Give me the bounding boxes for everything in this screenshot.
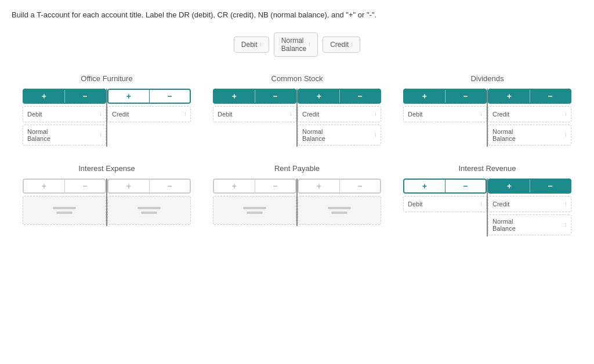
plus-btn-left-office[interactable]: + <box>24 90 64 103</box>
accounts-row-1: Office Furniture + − Debit ⁝ NormalBalan… <box>12 74 582 147</box>
plus-btn-right-stock[interactable]: + <box>299 90 339 103</box>
minus-btn-right-rent[interactable]: − <box>340 180 381 192</box>
pm-bar-left-iexpense[interactable]: + − <box>23 179 106 194</box>
account-office-furniture: Office Furniture + − Debit ⁝ NormalBalan… <box>23 74 191 147</box>
chip-debit[interactable]: Debit ⁝ <box>234 37 269 53</box>
drop-placeholder-right-iexpense[interactable] <box>107 196 191 225</box>
label-chips-container: Debit ⁝ NormalBalance ⁝ Credit ⁝ <box>12 32 582 57</box>
t-account-office-furniture: + − Debit ⁝ NormalBalance ⁝ + − <box>23 89 191 147</box>
t-account-dividends: + − Debit ⁝ + − Credit ⁝ <box>403 89 571 147</box>
drop-credit-dividends[interactable]: Credit ⁝ <box>488 106 571 122</box>
t-side-right-stock: + − Credit ⁝ NormalBalance ⁝ <box>298 89 381 147</box>
t-account-common-stock: + − Debit ⁝ + − Credit ⁝ <box>213 89 381 147</box>
plus-btn-right-irev[interactable]: + <box>489 180 530 192</box>
minus-btn-right-irev[interactable]: − <box>530 180 571 192</box>
pm-bar-right-irev[interactable]: + − <box>488 179 571 194</box>
minus-btn-left-irev[interactable]: − <box>446 180 486 192</box>
t-side-right-office: + − Credit ⁝ <box>107 89 191 147</box>
account-interest-revenue: Interest Revenue + − Debit ⁝ + − <box>403 164 571 236</box>
plus-btn-left-stock[interactable]: + <box>214 90 255 103</box>
drop-nb-dividends-dots: ⁝ <box>565 132 567 138</box>
pm-bar-left-office[interactable]: + − <box>23 89 106 104</box>
minus-btn-left-office[interactable]: − <box>65 90 106 103</box>
drop-credit-office[interactable]: Credit ⁝ <box>107 106 191 122</box>
chip-credit-label: Credit <box>330 41 349 49</box>
plus-btn-right-office[interactable]: + <box>108 90 149 103</box>
pm-bar-left-irev[interactable]: + − <box>403 179 487 194</box>
drop-debit-stock-dots: ⁝ <box>290 111 292 117</box>
drop-debit-dividends[interactable]: Debit ⁝ <box>403 106 487 122</box>
drop-credit-office-dots: ⁝ <box>184 111 186 117</box>
minus-btn-left-iexpense[interactable]: − <box>65 180 106 192</box>
minus-btn-left-dividends[interactable]: − <box>446 90 486 103</box>
account-title-interest-revenue: Interest Revenue <box>458 164 516 173</box>
plus-btn-left-iexpense[interactable]: + <box>24 180 64 192</box>
t-side-left-office: + − Debit ⁝ NormalBalance ⁝ <box>23 89 106 147</box>
placeholder-line8 <box>331 212 347 214</box>
plus-btn-right-iexpense[interactable]: + <box>108 180 149 192</box>
drop-nb-irev[interactable]: NormalBalance ⁝ <box>488 214 571 235</box>
drop-placeholder-right-rent[interactable] <box>298 196 381 225</box>
plus-btn-right-rent[interactable]: + <box>299 180 339 192</box>
drop-placeholder-left-rent[interactable] <box>213 196 296 225</box>
drop-nb-irev-label: NormalBalance <box>492 218 516 232</box>
chip-debit-dots: ⁝ <box>260 41 262 48</box>
chip-normal-balance-dots: ⁝ <box>309 41 310 48</box>
pm-bar-right-iexpense[interactable]: + − <box>107 179 191 194</box>
plus-btn-right-dividends[interactable]: + <box>489 90 530 103</box>
minus-btn-right-iexpense[interactable]: − <box>150 180 190 192</box>
drop-nb-dividends-label: NormalBalance <box>492 128 516 142</box>
minus-btn-right-office[interactable]: − <box>150 90 190 103</box>
drop-debit-dividends-dots: ⁝ <box>480 111 482 117</box>
drop-credit-stock-dots: ⁝ <box>375 111 376 117</box>
t-side-right-iexpense: + − <box>107 179 191 226</box>
placeholder-line7 <box>328 207 351 209</box>
chip-normal-balance[interactable]: NormalBalance ⁝ <box>274 32 318 57</box>
drop-debit-irev[interactable]: Debit ⁝ <box>403 196 487 212</box>
drop-debit-office[interactable]: Debit ⁝ <box>23 106 106 122</box>
account-title-interest-expense: Interest Expense <box>78 164 135 173</box>
drop-credit-dividends-label: Credit <box>492 111 509 118</box>
placeholder-lines-right-iexpense <box>137 207 161 214</box>
pm-bar-right-dividends[interactable]: + − <box>488 89 571 104</box>
drop-nb-office[interactable]: NormalBalance ⁝ <box>23 125 106 145</box>
minus-btn-left-rent[interactable]: − <box>255 180 296 192</box>
drop-debit-irev-label: Debit <box>408 201 423 208</box>
plus-btn-left-irev[interactable]: + <box>404 180 445 192</box>
drop-credit-office-label: Credit <box>112 111 129 118</box>
pm-bar-right-stock[interactable]: + − <box>298 89 381 104</box>
drop-nb-stock-label: NormalBalance <box>302 128 325 142</box>
plus-btn-left-dividends[interactable]: + <box>404 90 445 103</box>
pm-bar-left-dividends[interactable]: + − <box>403 89 487 104</box>
plus-btn-left-rent[interactable]: + <box>214 180 255 192</box>
pm-bar-right-rent[interactable]: + − <box>298 179 381 194</box>
t-side-left-iexpense: + − <box>23 179 106 226</box>
drop-debit-stock[interactable]: Debit ⁝ <box>213 106 296 122</box>
chip-credit[interactable]: Credit ⁝ <box>323 37 360 53</box>
minus-btn-right-stock[interactable]: − <box>340 90 381 103</box>
drop-nb-stock[interactable]: NormalBalance ⁝ <box>298 125 381 145</box>
drop-credit-irev[interactable]: Credit ⁝ <box>488 196 571 212</box>
placeholder-line6 <box>247 212 263 214</box>
drop-nb-stock-dots: ⁝ <box>375 132 376 138</box>
t-account-rent-payable: + − + − <box>213 179 381 226</box>
minus-btn-left-stock[interactable]: − <box>255 90 296 103</box>
drop-debit-dividends-label: Debit <box>408 111 423 118</box>
drop-placeholder-left-iexpense[interactable] <box>23 196 106 225</box>
pm-bar-left-rent[interactable]: + − <box>213 179 296 194</box>
t-side-left-rent: + − <box>213 179 296 226</box>
pm-bar-right-office[interactable]: + − <box>107 89 191 104</box>
placeholder-line3 <box>137 207 161 209</box>
drop-nb-irev-dots: ⁝ <box>565 222 567 228</box>
minus-btn-right-dividends[interactable]: − <box>530 90 571 103</box>
t-side-left-stock: + − Debit ⁝ <box>213 89 296 147</box>
drop-debit-stock-label: Debit <box>218 111 233 118</box>
drop-credit-stock[interactable]: Credit ⁝ <box>298 106 381 122</box>
account-rent-payable: Rent Payable + − + <box>213 164 381 236</box>
drop-debit-office-label: Debit <box>27 111 42 118</box>
chip-credit-dots: ⁝ <box>351 41 353 48</box>
chip-normal-balance-label: NormalBalance <box>281 37 306 53</box>
drop-nb-dividends[interactable]: NormalBalance ⁝ <box>488 125 571 145</box>
chip-debit-label: Debit <box>241 41 258 49</box>
pm-bar-left-stock[interactable]: + − <box>213 89 296 104</box>
